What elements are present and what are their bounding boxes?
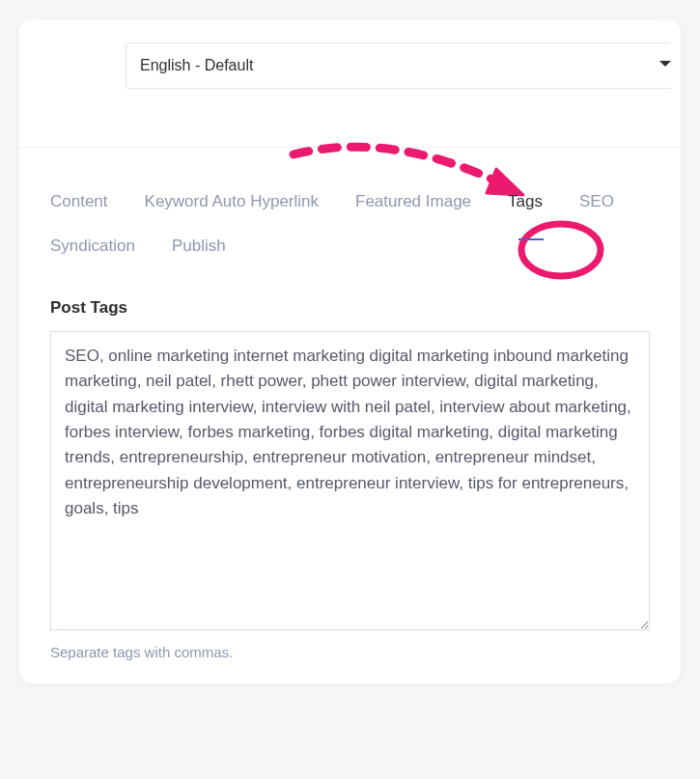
settings-card: English - Default Content Keyword Auto H… (19, 19, 681, 683)
tab-content[interactable]: Content (50, 192, 108, 211)
tab-syndication[interactable]: Syndication (50, 236, 135, 256)
tabs-nav: Content Keyword Auto Hyperlink Featured … (50, 192, 650, 256)
post-tags-textarea[interactable] (50, 331, 650, 630)
post-tags-label: Post Tags (50, 298, 650, 318)
tab-featured-image[interactable]: Featured Image (355, 192, 471, 211)
language-select[interactable]: English - Default (126, 42, 671, 89)
top-section: English - Default (19, 19, 681, 148)
post-tags-helper: Separate tags with commas. (50, 644, 650, 660)
content-region: Content Keyword Auto Hyperlink Featured … (19, 148, 681, 683)
tab-publish[interactable]: Publish (172, 236, 226, 256)
tab-seo[interactable]: SEO (579, 192, 614, 211)
tab-tags[interactable]: Tags (508, 192, 543, 211)
language-select-value: English - Default (140, 57, 253, 74)
tab-keyword-auto-hyperlink[interactable]: Keyword Auto Hyperlink (145, 192, 319, 211)
